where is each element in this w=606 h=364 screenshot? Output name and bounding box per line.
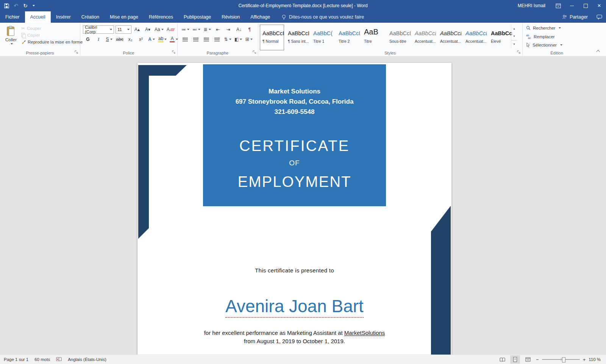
tab-mise-en-page[interactable]: Mise en page [105, 11, 144, 23]
justify-button[interactable] [212, 35, 222, 44]
bold-button[interactable]: G [83, 35, 93, 44]
styles-scroll-up-button[interactable]: ▴ [511, 25, 517, 32]
tab-references[interactable]: Références [144, 11, 178, 23]
strikethrough-button[interactable]: abc [115, 35, 125, 44]
style-label: Titre [362, 39, 385, 44]
font-dialog-launcher[interactable] [172, 50, 176, 54]
style-intense-emphasis[interactable]: AaBbCcDt Accentuat... [463, 25, 487, 50]
clipboard-dialog-launcher[interactable] [74, 50, 79, 54]
borders-button[interactable]: ⊞ [244, 35, 254, 44]
tab-accueil[interactable]: Accueil [25, 11, 51, 23]
font-color-icon: A [170, 37, 175, 42]
collapse-ribbon-button[interactable] [595, 48, 601, 54]
change-case-button[interactable]: Aa [153, 25, 165, 34]
grow-font-button[interactable]: A▴ [132, 25, 142, 34]
maximize-button[interactable] [579, 0, 592, 11]
minimize-button[interactable] [565, 0, 579, 11]
paste-button[interactable]: Coller [2, 24, 20, 51]
web-layout-button[interactable] [523, 355, 533, 364]
style-subtitle[interactable]: AaBbCcD Sous-titre [387, 25, 411, 50]
read-mode-button[interactable] [497, 355, 507, 364]
text-effects-button[interactable]: A [147, 35, 156, 44]
bullets-button[interactable]: ≔ [180, 25, 191, 34]
select-button[interactable]: Sélectionner [526, 42, 562, 47]
copy-label: Copier [27, 33, 40, 37]
styles-scroll-down-button[interactable]: ▾ [511, 32, 517, 40]
document-canvas[interactable]: Market Solutions 697 Stoneybrook Road, C… [0, 56, 606, 355]
chevron-down-icon [164, 39, 167, 40]
share-button[interactable]: Partager [558, 11, 592, 23]
paragraph-row-1: ≔ ≕ ≣ ⇤ ⇥ A↓ ¶ [180, 25, 255, 34]
style-heading-2[interactable]: AaBbCcD Titre 2 [336, 25, 360, 50]
language-indicator[interactable]: Anglais (États-Unis) [68, 357, 106, 362]
feedback-button[interactable] [592, 11, 606, 23]
zoom-slider-thumb[interactable] [562, 357, 565, 362]
tab-creation[interactable]: Création [76, 11, 105, 23]
line-spacing-button[interactable]: ⇅ [223, 35, 233, 44]
tab-revision[interactable]: Révision [216, 11, 245, 23]
zoom-level[interactable]: 110 % [589, 357, 601, 362]
font-name-combo[interactable]: Calibri (Corp [83, 25, 114, 34]
tab-inserer[interactable]: Insérer [51, 11, 76, 23]
style-strong[interactable]: AaBbCcDc Élevé [488, 25, 512, 50]
underline-icon: S [106, 37, 109, 42]
document-page[interactable]: Market Solutions 697 Stoneybrook Road, C… [137, 63, 451, 355]
shading-button[interactable]: ◧ [233, 35, 243, 44]
zoom-out-button[interactable]: − [536, 357, 539, 362]
tab-affichage[interactable]: Affichage [245, 11, 275, 23]
align-right-button[interactable] [201, 35, 211, 44]
style-emphasis[interactable]: AaBbCcDt Accentuat... [437, 25, 462, 50]
italic-button[interactable]: I [94, 35, 103, 44]
underline-button[interactable]: S [104, 35, 114, 44]
paragraph-dialog-launcher[interactable] [252, 50, 257, 54]
cut-button[interactable]: ✂ Couper [21, 26, 83, 31]
shrink-font-button[interactable]: A▾ [143, 25, 153, 34]
shading-icon: ◧ [234, 37, 239, 42]
subscript-button[interactable]: x₂ [125, 35, 135, 44]
replace-button[interactable]: abac Remplacer [526, 34, 555, 39]
tab-fichier[interactable]: Fichier [0, 11, 25, 23]
align-left-icon [183, 37, 188, 42]
close-button[interactable]: ✕ [592, 0, 606, 11]
align-left-button[interactable] [180, 35, 190, 44]
find-button[interactable]: Rechercher [526, 26, 561, 30]
recipient-name: Avenira Joan Bart [137, 296, 451, 316]
style-subtle-emphasis[interactable]: AaBbCcDt Accentuat... [412, 25, 436, 50]
account-name[interactable]: MEHRI Ismail [518, 3, 545, 8]
ribbon-display-options-button[interactable] [551, 0, 565, 11]
highlight-button[interactable]: ab [157, 35, 168, 44]
align-center-button[interactable] [191, 35, 201, 44]
style-heading-1[interactable]: AaBbC( Titre 1 [311, 25, 335, 50]
styles-more-button[interactable]: ▾ [511, 40, 517, 48]
decrease-indent-button[interactable]: ⇤ [213, 25, 223, 34]
format-painter-button[interactable]: Reproduire la mise en forme [21, 39, 83, 44]
print-layout-button[interactable] [510, 355, 520, 364]
numbering-button[interactable]: ≕ [191, 25, 201, 34]
show-formatting-marks-button[interactable]: ¶ [245, 25, 255, 34]
clear-formatting-button[interactable]: A [166, 25, 175, 34]
word-count[interactable]: 60 mots [34, 357, 50, 362]
proofing-status-button[interactable] [56, 357, 62, 362]
style-no-spacing[interactable]: AaBbCcDc ¶ Sans int... [285, 25, 309, 50]
font-size-combo[interactable]: 11 [116, 25, 131, 34]
share-label: Partager [570, 11, 588, 23]
style-title[interactable]: AaB Titre [361, 25, 386, 50]
increase-indent-button[interactable]: ⇥ [223, 25, 233, 34]
zoom-in-button[interactable]: + [583, 357, 586, 362]
page-indicator[interactable]: Page 1 sur 1 [4, 357, 28, 362]
clear-formatting-icon: A [167, 27, 170, 32]
svg-text:ab: ab [526, 34, 529, 37]
style-normal[interactable]: AaBbCcDc ¶ Normal [260, 25, 284, 50]
multilevel-list-button[interactable]: ≣ [202, 25, 212, 34]
svg-text:ac: ac [528, 37, 531, 39]
styles-dialog-launcher[interactable] [517, 50, 521, 54]
tab-publipostage[interactable]: Publipostage [178, 11, 216, 23]
tell-me-box[interactable]: Dites-nous ce que vous voulez faire [281, 11, 364, 23]
font-color-glyph: A [171, 37, 174, 41]
group-label-clipboard: Presse-papiers [0, 51, 80, 55]
copy-button[interactable]: Copier [21, 33, 83, 37]
sort-button[interactable]: A↓ [234, 25, 244, 34]
superscript-button[interactable]: x² [136, 35, 146, 44]
zoom-slider[interactable] [542, 359, 580, 360]
company-phone: 321-609-5548 [203, 107, 386, 117]
